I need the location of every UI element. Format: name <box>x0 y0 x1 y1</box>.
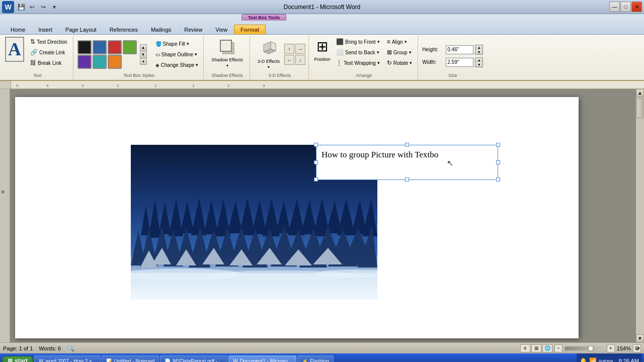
ruler-corner[interactable] <box>0 81 11 89</box>
position-section: ⊞ Position <box>313 37 332 62</box>
close-btn[interactable]: ✕ <box>631 2 642 12</box>
handle-bottom-center[interactable] <box>405 177 409 182</box>
swatch-down-btn[interactable]: ▼ <box>140 51 147 58</box>
bring-front-dropdown[interactable]: ▾ <box>377 39 380 44</box>
3d-dropdown[interactable]: ▾ <box>268 65 270 69</box>
language-icon[interactable]: 🔍 <box>67 345 74 352</box>
handle-mid-right[interactable] <box>496 160 500 164</box>
taskbar-notepad[interactable]: 📝 Untitled - Notepad <box>102 355 159 362</box>
web-view-btn[interactable]: 🌐 <box>542 344 552 352</box>
swatch-blue[interactable] <box>93 40 107 54</box>
swatch-black[interactable] <box>77 40 92 54</box>
scroll-thumb[interactable] <box>636 98 643 118</box>
3d-content: 3-D Effects ▾ ↑ → ← ↓ <box>254 37 305 72</box>
full-view-btn[interactable]: ⊞ <box>531 344 541 352</box>
zoom-out-btn[interactable]: − <box>554 344 562 352</box>
align-dropdown[interactable]: ▾ <box>405 39 407 44</box>
redo-quick-btn[interactable]: ↪ <box>38 2 48 12</box>
document-textbox[interactable]: How to group Picture with Textbo <box>316 145 498 180</box>
break-link-btn[interactable]: ⛓ Break Link <box>28 58 70 68</box>
minimize-btn[interactable]: — <box>609 2 620 12</box>
tab-insert[interactable]: Insert <box>32 25 59 34</box>
text-wrapping-btn[interactable]: ⋮ Text Wrapping ▾ <box>334 58 382 68</box>
handle-top-left[interactable] <box>314 143 318 147</box>
window-controls: — □ ✕ <box>609 2 642 12</box>
position-btn[interactable]: ⊞ <box>313 37 332 56</box>
undo-quick-btn[interactable]: ↩ <box>27 2 37 12</box>
width-up-btn[interactable]: ▲ <box>475 58 482 62</box>
handle-top-right[interactable] <box>496 143 500 147</box>
scroll-up-btn[interactable]: ▲ <box>636 89 644 97</box>
save-quick-btn[interactable]: 💾 <box>16 2 26 12</box>
3d-tilt-down-btn[interactable]: ↓ <box>295 55 305 65</box>
shape-dropdown-icon[interactable]: ▾ <box>196 62 198 67</box>
vertical-scrollbar[interactable]: ▲ ▼ <box>636 89 644 342</box>
change-shape-icon: ◈ <box>155 62 159 68</box>
height-input[interactable] <box>446 45 473 54</box>
3d-tilt-right-btn[interactable]: → <box>295 44 305 54</box>
group-dropdown[interactable]: ▾ <box>409 50 412 55</box>
svg-text:2: 2 <box>227 83 230 88</box>
taskbar-document1[interactable]: W Document1 - Microso... <box>228 355 296 362</box>
shadow-effects-btn[interactable]: Shadow Effects ▾ <box>208 37 246 69</box>
zoom-slider[interactable] <box>565 346 605 350</box>
swatch-more-btn[interactable]: ▾ <box>140 58 147 65</box>
3d-tilt-up-btn[interactable]: ↑ <box>284 44 294 54</box>
width-input[interactable] <box>446 58 473 67</box>
handle-bottom-left[interactable] <box>314 177 318 182</box>
scroll-down-btn[interactable]: ▼ <box>636 334 644 342</box>
handle-mid-left[interactable] <box>314 160 318 164</box>
tab-mailings[interactable]: Mailings <box>144 25 178 34</box>
document-page[interactable]: How to group Picture with Textbo ↖ <box>15 97 579 338</box>
send-to-back-btn[interactable]: ⬜ Send to Back ▾ <box>334 47 382 57</box>
draw-textbox-icon: A <box>5 37 24 62</box>
swatch-red[interactable] <box>108 40 122 54</box>
tab-page-layout[interactable]: Page Layout <box>59 25 103 34</box>
swatch-up-btn[interactable]: ▲ <box>140 44 147 51</box>
handle-bottom-right[interactable] <box>496 177 500 182</box>
outline-dropdown-icon[interactable]: ▾ <box>195 52 197 57</box>
create-link-btn[interactable]: 🔗 Create Link <box>28 47 70 57</box>
change-shape-btn[interactable]: ◈ Change Shape ▾ <box>153 60 201 70</box>
maximize-btn[interactable]: □ <box>620 2 631 12</box>
tab-view[interactable]: View <box>209 25 234 34</box>
textbox-styles-expand-btn[interactable]: ↗ <box>636 346 643 353</box>
shadow-dropdown[interactable]: ▾ <box>226 63 228 68</box>
align-btn[interactable]: ≡ Align ▾ <box>384 37 415 47</box>
tab-home[interactable]: Home <box>4 25 32 34</box>
tab-references[interactable]: References <box>103 25 144 34</box>
shape-fill-btn[interactable]: 🪣 Shape Fill ▾ <box>153 39 201 49</box>
tab-review[interactable]: Review <box>178 25 209 34</box>
group-btn[interactable]: ⊠ Group ▾ <box>384 47 415 57</box>
taskbar-word2007[interactable]: W word 2007 - How 2 s... <box>34 355 101 362</box>
send-back-dropdown[interactable]: ▾ <box>377 50 379 55</box>
rotate-btn[interactable]: ↻ Rotate ▾ <box>384 58 415 68</box>
fill-dropdown-icon[interactable]: ▾ <box>187 41 189 46</box>
3d-tilt-left-btn[interactable]: ← <box>284 55 294 65</box>
print-view-btn[interactable]: ≡ <box>520 344 530 352</box>
wrapping-dropdown[interactable]: ▾ <box>377 60 380 65</box>
taskbar-pdf[interactable]: 📄 MSDataReport.pdf - ... <box>160 355 227 362</box>
bring-to-front-btn[interactable]: ⬛ Bring to Front ▾ <box>334 37 382 47</box>
text-direction-btn[interactable]: ⇅ Text Direction <box>28 37 70 47</box>
height-up-btn[interactable]: ▲ <box>475 45 482 50</box>
shape-outline-btn[interactable]: ▭ Shape Outline ▾ <box>153 49 201 59</box>
flash-icon: ⚡ <box>302 358 308 363</box>
swatch-green[interactable] <box>123 40 137 54</box>
start-button[interactable]: ⊞ start <box>2 356 33 362</box>
handle-top-center[interactable] <box>405 143 409 147</box>
swatch-teal[interactable] <box>93 55 107 69</box>
3d-effects-btn[interactable]: 3-D Effects ▾ <box>254 38 283 71</box>
swatch-orange[interactable] <box>108 55 122 69</box>
height-down-btn[interactable]: ▼ <box>475 50 482 54</box>
rotate-dropdown[interactable]: ▾ <box>410 60 412 65</box>
taskbar-flashing[interactable]: ⚡ Flashing <box>297 355 334 362</box>
ribbon-group-arrange: ⊞ Position ⬛ Bring to Front ▾ ⬜ Send to … <box>310 36 418 79</box>
tab-format[interactable]: Format <box>234 25 266 34</box>
more-quick-btn[interactable]: ▾ <box>49 2 59 12</box>
system-clock: 8:26 AM <box>619 358 639 362</box>
document-area[interactable]: ▲ ▼ ✚ <box>0 89 644 342</box>
swatch-purple[interactable] <box>77 55 92 69</box>
width-down-btn[interactable]: ▼ <box>475 62 482 67</box>
zoom-in-btn[interactable]: + <box>607 344 615 352</box>
